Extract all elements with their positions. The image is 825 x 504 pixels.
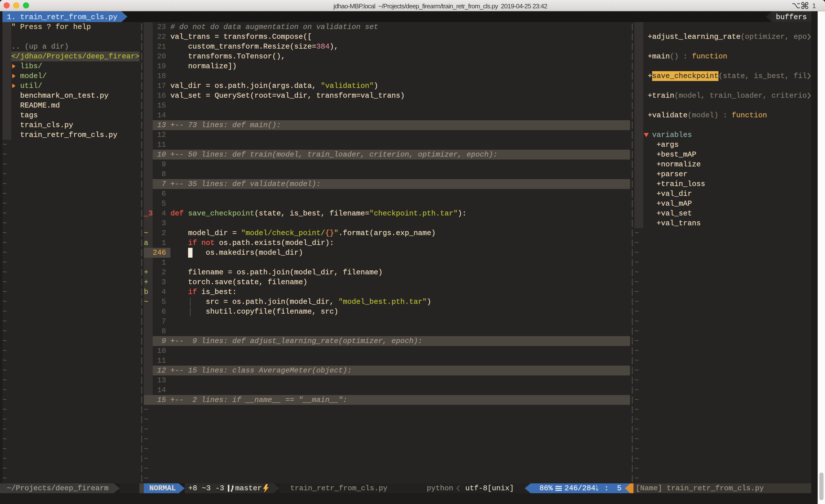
svg-text:1: 1 [812, 2, 816, 9]
